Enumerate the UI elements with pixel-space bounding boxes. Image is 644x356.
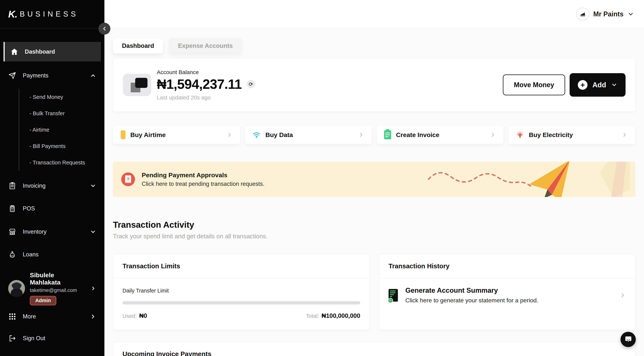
- business-name[interactable]: Mr Paints: [593, 10, 624, 18]
- paper-plane-icon: [8, 71, 16, 80]
- tab-bar: Dashboard Expense Accounts: [113, 38, 636, 53]
- sidebar-item-label: Sign Out: [23, 335, 45, 342]
- daily-transfer-limit-label: Daily Transfer Limit: [122, 288, 360, 294]
- move-money-button[interactable]: Move Money: [503, 74, 565, 95]
- sidebar-item-payments[interactable]: Payments: [0, 69, 104, 82]
- paper-plane-illustration: [425, 162, 630, 197]
- buy-airtime-card[interactable]: Buy Airtime: [113, 126, 240, 144]
- sidebar-subitem-transaction-requests[interactable]: - Transaction Requests: [19, 154, 104, 171]
- sidebar-subitem-bill-payments[interactable]: - Bill Payments: [19, 138, 104, 154]
- chat-bubble-icon: [624, 335, 632, 344]
- transaction-history-card: Transaction History ⟳ Generate Account S…: [379, 254, 636, 330]
- quick-actions-row: Buy Airtime Buy Data Create Invoice: [113, 126, 636, 144]
- content: Dashboard Expense Accounts Account Balan…: [104, 28, 644, 356]
- sidebar-item-loans[interactable]: Loans: [0, 248, 104, 261]
- sidebar-nav: Dashboard Payments - Send Money - Bulk T…: [0, 28, 104, 345]
- balance-squares-icon: [123, 74, 151, 96]
- sidebar-subitem-send-money[interactable]: - Send Money: [19, 89, 104, 105]
- history-card-title: Transaction History: [379, 254, 635, 278]
- sidebar-item-invoicing[interactable]: Invoicing: [0, 179, 104, 192]
- chevron-right-icon: [490, 132, 496, 138]
- create-invoice-card[interactable]: Create Invoice: [376, 126, 504, 144]
- add-button[interactable]: + Add: [570, 73, 626, 97]
- pending-approvals-banner[interactable]: ? Pending Payment Approvals Click here t…: [113, 162, 636, 197]
- transaction-limits-card: Transaction Limits Daily Transfer Limit …: [113, 254, 370, 330]
- tab-expense-accounts[interactable]: Expense Accounts: [169, 38, 242, 53]
- bulb-icon: [516, 131, 524, 139]
- sidebar-item-more[interactable]: More: [0, 310, 104, 323]
- upcoming-invoice-payments-card: Upcoming Invoice Payments: [113, 342, 636, 356]
- clipboard-icon: [8, 182, 16, 190]
- upcoming-card-title: Upcoming Invoice Payments: [113, 342, 635, 356]
- sidebar-subitem-airtime[interactable]: - Airtime: [19, 122, 104, 138]
- chat-support-button[interactable]: [620, 332, 636, 347]
- balance-label: Account Balance: [157, 69, 255, 75]
- chevron-down-icon[interactable]: [628, 11, 634, 17]
- home-icon: [10, 48, 18, 56]
- brand-logo: K. BUSINESS: [0, 0, 104, 28]
- payments-submenu: - Send Money - Bulk Transfer - Airtime -…: [19, 89, 104, 171]
- logout-icon: [8, 334, 16, 343]
- limits-card-title: Transaction Limits: [113, 254, 370, 278]
- total-value: ₦100,000,000: [322, 312, 360, 319]
- refresh-badge-icon: ⟳: [388, 298, 393, 303]
- sidebar-item-label: Loans: [23, 251, 38, 258]
- money-bag-icon: [8, 250, 16, 259]
- sidebar-item-label: More: [23, 313, 36, 320]
- chevron-right-icon: [90, 313, 96, 320]
- avatar: [8, 280, 25, 297]
- tab-dashboard[interactable]: Dashboard: [113, 38, 163, 53]
- sidebar-item-inventory[interactable]: Inventory: [0, 225, 104, 238]
- sidebar-subitem-bulk-transfer[interactable]: - Bulk Transfer: [19, 105, 104, 122]
- sidebar-item-pos[interactable]: POS: [0, 202, 104, 215]
- wifi-icon: [252, 131, 261, 139]
- business-avatar: [576, 8, 589, 21]
- chevron-up-icon: [90, 72, 96, 79]
- chevron-right-icon: [622, 132, 628, 138]
- refresh-icon: ⟳: [249, 81, 253, 87]
- chevron-right-icon: [90, 286, 96, 291]
- sidebar-item-label: Payments: [23, 72, 48, 79]
- buy-data-card[interactable]: Buy Data: [245, 126, 372, 144]
- profile-email: taketime@gmail.com: [30, 288, 81, 293]
- sidebar-profile[interactable]: Sibulele Mahlakata taketime@gmail.com Ad…: [0, 271, 104, 305]
- banner-title: Pending Payment Approvals: [142, 172, 264, 179]
- sidebar-item-label: POS: [23, 205, 35, 212]
- sidebar-item-label: Inventory: [23, 228, 46, 235]
- chevron-down-icon: [90, 229, 96, 235]
- invoice-icon: [384, 130, 391, 139]
- sidebar-item-label: Invoicing: [23, 182, 46, 189]
- refresh-balance-button[interactable]: ⟳: [246, 80, 255, 88]
- generate-account-summary-row[interactable]: ⟳ Generate Account Summary Click here to…: [379, 278, 635, 312]
- chevron-right-icon: [620, 292, 626, 299]
- profile-name: Sibulele Mahlakata: [30, 271, 81, 286]
- chevron-right-icon: [226, 132, 233, 138]
- sidebar-item-sign-out[interactable]: Sign Out: [0, 332, 104, 345]
- section-title: Transaction Activity: [113, 220, 636, 230]
- generate-summary-subtitle: Click here to generate your statement fo…: [405, 297, 538, 304]
- chevron-down-icon: [611, 82, 617, 88]
- role-badge: Admin: [30, 296, 56, 305]
- chevron-left-icon: [101, 25, 108, 32]
- account-balance-card: Account Balance ₦1,594,237.11 ⟳ Last upd…: [113, 58, 636, 112]
- used-label: Used:: [122, 313, 137, 319]
- storefront-icon: [8, 228, 16, 236]
- business-logo-icon: [579, 10, 586, 18]
- balance-amount: ₦1,594,237.11: [157, 77, 242, 92]
- total-label: Total:: [306, 313, 319, 319]
- pending-question-icon: ?: [121, 173, 135, 186]
- brand-logo-mark: K.: [8, 8, 17, 20]
- statement-document-icon: ⟳: [388, 289, 398, 302]
- sidebar: K. BUSINESS Dashboard Payments - Send Mo…: [0, 0, 104, 356]
- top-header: Mr Paints: [104, 0, 644, 28]
- phone-icon: [121, 130, 126, 139]
- main-area: Mr Paints Dashboard Expense Accounts Acc…: [104, 0, 644, 356]
- limit-progress-bar: [122, 301, 360, 304]
- sidebar-collapse-button[interactable]: [98, 23, 110, 35]
- pos-terminal-icon: [8, 204, 16, 213]
- buy-electricity-card[interactable]: Buy Electricity: [508, 126, 636, 144]
- app-root: K. BUSINESS Dashboard Payments - Send Mo…: [0, 0, 644, 356]
- sidebar-item-dashboard[interactable]: Dashboard: [4, 42, 101, 61]
- sidebar-item-label: Dashboard: [25, 48, 55, 55]
- generate-summary-title: Generate Account Summary: [405, 287, 538, 294]
